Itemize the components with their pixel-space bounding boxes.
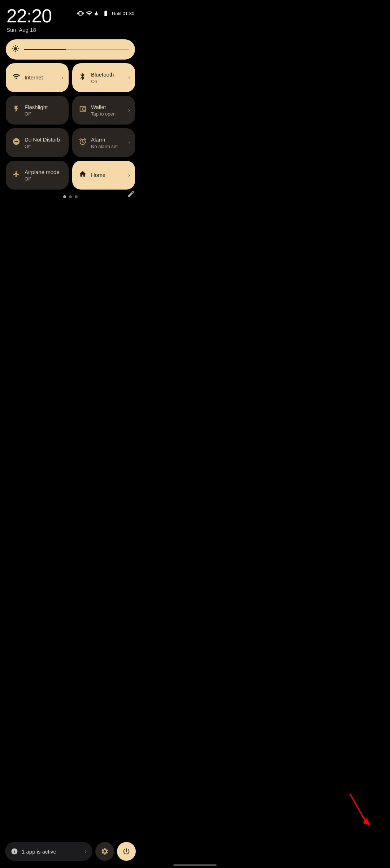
- tile-flashlight[interactable]: Flashlight Off: [6, 96, 69, 125]
- empty-area: [0, 198, 141, 299]
- internet-icon: [12, 73, 20, 83]
- alarm-icon: [79, 138, 87, 148]
- airplane-icon: [12, 170, 20, 180]
- bluetooth-subtitle: On: [91, 79, 114, 84]
- wallet-title: Wallet: [91, 104, 116, 110]
- bluetooth-arrow: ›: [128, 74, 130, 81]
- quick-settings-grid: Internet › Bluetooth On ›: [6, 63, 135, 190]
- dnd-icon: [12, 138, 20, 148]
- brightness-track[interactable]: [24, 49, 129, 50]
- dnd-until-text: Until 01:30: [112, 11, 134, 16]
- internet-arrow: ›: [62, 74, 64, 81]
- flashlight-title: Flashlight: [25, 104, 48, 110]
- wallet-icon: [79, 105, 87, 115]
- internet-title: Internet: [25, 74, 43, 81]
- bluetooth-title: Bluetooth: [91, 71, 114, 78]
- home-icon: [79, 170, 87, 180]
- alarm-arrow: ›: [128, 139, 130, 146]
- dnd-title: Do Not Disturb: [25, 136, 60, 143]
- wifi-status-icon: [86, 10, 92, 17]
- quick-settings-panel: Internet › Bluetooth On ›: [0, 34, 141, 198]
- battery-icon: [102, 10, 110, 17]
- brightness-fill: [24, 49, 66, 50]
- airplane-subtitle: Off: [25, 176, 60, 182]
- tile-internet[interactable]: Internet ›: [6, 63, 69, 92]
- page-dot-2[interactable]: [69, 195, 72, 198]
- tile-dnd[interactable]: Do Not Disturb Off: [6, 128, 69, 157]
- tile-wallet[interactable]: Wallet Tap to open ›: [72, 96, 135, 125]
- home-title: Home: [91, 172, 105, 178]
- page-dot-1[interactable]: [63, 195, 66, 198]
- signal-icon: [95, 10, 100, 17]
- tile-home[interactable]: Home ›: [72, 161, 135, 190]
- brightness-slider[interactable]: [6, 39, 135, 60]
- clock-date: Sun, Aug 18: [6, 27, 52, 33]
- status-bar: 22:20 Sun, Aug 18 Until 01:30: [0, 0, 141, 34]
- wallet-subtitle: Tap to open: [91, 111, 116, 117]
- svg-point-0: [83, 109, 84, 110]
- dnd-subtitle: Off: [25, 144, 60, 149]
- status-icons: Until 01:30: [77, 10, 134, 17]
- bluetooth-icon: [79, 73, 87, 83]
- wallet-arrow: ›: [128, 107, 130, 113]
- edit-button[interactable]: [127, 190, 135, 200]
- airplane-title: Airplane mode: [25, 169, 60, 175]
- tile-alarm[interactable]: Alarm No alarm set ›: [72, 128, 135, 157]
- page-indicators: [6, 195, 135, 198]
- flashlight-subtitle: Off: [25, 111, 48, 117]
- alarm-title: Alarm: [91, 136, 118, 143]
- flashlight-icon: [12, 105, 20, 115]
- alarm-subtitle: No alarm set: [91, 144, 118, 149]
- page-dot-3[interactable]: [75, 195, 78, 198]
- tile-airplane[interactable]: Airplane mode Off: [6, 161, 69, 190]
- home-arrow: ›: [128, 172, 130, 178]
- tile-bluetooth[interactable]: Bluetooth On ›: [72, 63, 135, 92]
- clock-time: 22:20: [6, 6, 52, 25]
- vibrate-icon: [77, 10, 84, 17]
- brightness-icon: [12, 45, 20, 55]
